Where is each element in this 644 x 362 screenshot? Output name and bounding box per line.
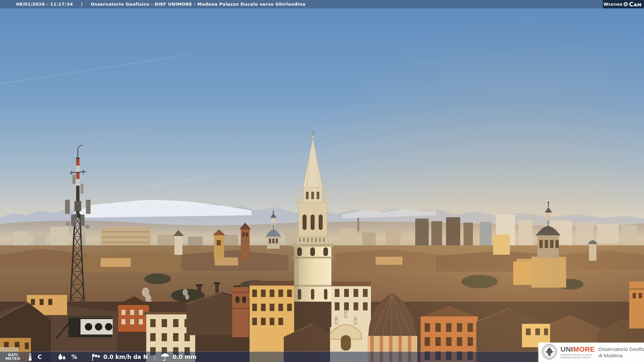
humidity-reading: % [57,353,77,361]
lens-icon [624,2,628,6]
temperature-unit: C [38,354,42,360]
university-line1: UNIVERSITÀ DEGLI STUDI DI [560,354,595,356]
rain-value: 0.0 mm [172,354,196,360]
temperature-reading: C [28,353,42,361]
humidity-unit: % [71,354,77,360]
observatory-name: Osservatorio Geofisico di Modena [598,346,644,359]
webcam-frame: 08/01/2026 - 11:17:34 | Osservatorio Geo… [0,0,644,362]
unimore-brand-box: 1175 UNIMORE UNIVERSITÀ DEGLI STUDI DI M… [538,343,644,362]
sun-glow [0,0,644,362]
unimore-wordmark: UNIMORE UNIVERSITÀ DEGLI STUDI DI MODENA… [560,346,595,359]
wordmark-uni: UNI [560,345,573,353]
observatory-line1: Osservatorio Geofisico [598,346,644,352]
umbrella-icon [160,353,170,361]
windsock-icon [91,353,101,361]
weather-label-line2: METEO [5,357,20,361]
logo-weather-text: Weather [603,2,623,7]
logo-cam-text: Cam [629,1,642,7]
wind-reading: 0.0 km/h da N [91,353,148,361]
humidity-icon [57,353,66,361]
rain-reading: 0.0 mm [160,353,196,361]
university-line2: MODENA E REGGIO EMILIA [560,356,595,359]
unimore-seal-icon: 1175 [542,344,557,361]
seal-year: 1175 [547,358,551,360]
thermometer-icon [28,353,32,361]
observatory-line2: di Modena [598,352,644,359]
wordmark-more: MORE [573,345,595,353]
header-separator: | [81,2,83,7]
header-bar: 08/01/2026 - 11:17:34 | Osservatorio Geo… [0,0,644,8]
timestamp: 08/01/2026 - 11:17:34 [16,2,73,7]
wind-value: 0.0 km/h da N [103,354,148,360]
weathercam-logo: Weather Cam [603,0,644,8]
weather-bar-label: DATI METEO [5,353,20,361]
weather-separator: | [154,354,156,360]
city-panorama-photo [0,0,644,362]
camera-title: Osservatorio Geofisico - DIEF UNIMORE - … [91,2,306,7]
